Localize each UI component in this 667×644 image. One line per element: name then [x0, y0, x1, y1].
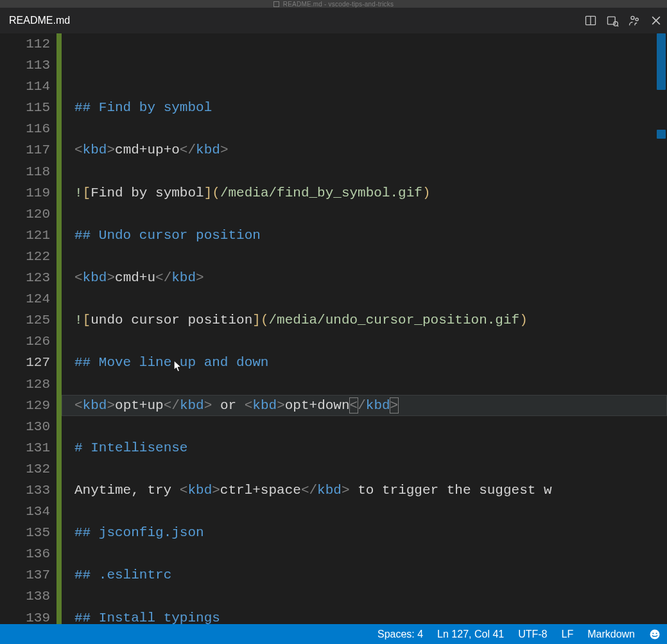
code-line[interactable] — [74, 161, 667, 182]
code-line[interactable]: ![undo cursor position](/media/undo_curs… — [74, 309, 667, 331]
code-token: / — [187, 143, 196, 157]
scroll-thumb[interactable] — [657, 130, 666, 139]
code-token: ## — [74, 525, 99, 540]
code-line[interactable] — [74, 416, 667, 437]
code-content[interactable]: ## Find by symbol<kbd>cmd+up+o</kbd>![Fi… — [62, 33, 667, 624]
status-encoding[interactable]: UTF-8 — [518, 629, 547, 640]
line-number: 120 — [0, 204, 50, 225]
line-number: 137 — [0, 564, 50, 586]
code-line[interactable] — [74, 118, 667, 139]
close-editor-button[interactable] — [645, 8, 667, 33]
code-token: kbd — [180, 398, 204, 413]
window-title-bar: README.md - vscode-tips-and-tricks — [0, 0, 667, 8]
line-number: 126 — [0, 331, 50, 352]
code-token: ## — [74, 568, 99, 582]
code-token: > — [196, 270, 204, 285]
code-token: kbd — [366, 398, 390, 413]
code-line[interactable] — [74, 586, 667, 607]
status-indent[interactable]: Spaces: 4 — [377, 629, 423, 640]
code-token: Anytime, try — [74, 483, 180, 498]
scroll-thumb[interactable] — [657, 33, 666, 90]
code-token: ! — [74, 186, 83, 200]
code-token: cmd+up+o — [115, 143, 180, 157]
code-token: ] — [204, 186, 212, 200]
code-line[interactable] — [74, 246, 667, 267]
status-language[interactable]: Markdown — [587, 629, 635, 640]
code-token: ## — [74, 611, 99, 624]
line-number: 119 — [0, 182, 50, 204]
code-token: > — [212, 483, 220, 498]
code-token: cmd+u — [115, 270, 155, 285]
code-line[interactable]: ## Find by symbol — [74, 97, 667, 118]
line-number: 116 — [0, 118, 50, 139]
code-line[interactable]: ## .eslintrc — [74, 564, 667, 586]
smiley-icon — [649, 629, 661, 640]
code-token: Find by symbol — [99, 100, 212, 115]
line-number: 114 — [0, 76, 50, 97]
code-token: ) — [519, 313, 528, 327]
code-line[interactable] — [74, 288, 667, 309]
line-number: 131 — [0, 437, 50, 458]
feedback-button[interactable] — [649, 629, 661, 640]
code-token: kbd — [187, 483, 212, 498]
overview-ruler[interactable] — [657, 33, 666, 624]
svg-point-6 — [636, 18, 638, 21]
status-cursor-position[interactable]: Ln 127, Col 41 — [437, 629, 504, 640]
tab-readme[interactable]: README.md — [9, 8, 83, 33]
code-line[interactable]: ## Install typings — [74, 607, 667, 624]
code-line[interactable] — [74, 204, 667, 225]
code-token: > — [204, 398, 212, 413]
status-eol[interactable]: LF — [562, 629, 574, 640]
code-line[interactable] — [74, 458, 667, 480]
code-token: / — [358, 398, 366, 413]
code-line[interactable]: ## jsconfig.json — [74, 522, 667, 543]
code-line[interactable]: ![Find by symbol](/media/find_by_symbol.… — [74, 182, 667, 204]
code-line[interactable] — [74, 76, 667, 97]
code-token: / — [164, 270, 172, 285]
code-token: kbd — [171, 270, 196, 285]
more-actions-button[interactable] — [623, 8, 645, 33]
code-token: > — [390, 398, 399, 413]
code-line[interactable] — [74, 374, 667, 395]
code-token: /media/find_by_symbol.gif — [220, 186, 422, 200]
code-token: < — [74, 270, 83, 285]
code-token: > — [107, 143, 115, 157]
code-line[interactable] — [74, 331, 667, 352]
code-token: ] — [252, 313, 261, 327]
editor-area[interactable]: 1121131141151161171181191201211221231241… — [0, 33, 667, 624]
line-number: 113 — [0, 55, 50, 76]
code-line[interactable]: Anytime, try <kbd>ctrl+space</kbd> to tr… — [74, 480, 667, 501]
code-line[interactable] — [74, 501, 667, 522]
code-token: ctrl+space — [220, 483, 301, 498]
code-token: Install typings — [99, 611, 220, 624]
code-token: > — [107, 398, 115, 413]
code-token: > — [220, 143, 229, 157]
code-line[interactable]: # Intellisense — [74, 437, 667, 458]
code-token: kbd — [196, 143, 220, 157]
code-line[interactable]: ## Move line up and down — [74, 352, 667, 373]
code-token: Move line up and down — [99, 355, 269, 370]
status-bar: Spaces: 4 Ln 127, Col 41 UTF-8 LF Markdo… — [0, 624, 667, 644]
tab-filename: README.md — [9, 15, 70, 26]
line-number: 127 — [0, 352, 50, 373]
line-number-gutter: 1121131141151161171181191201211221231241… — [0, 33, 56, 624]
code-token: < — [74, 143, 83, 157]
code-line[interactable]: <kbd>cmd+u</kbd> — [74, 267, 667, 288]
code-line[interactable]: ## Undo cursor position — [74, 225, 667, 246]
code-token: Intellisense — [91, 440, 187, 455]
open-preview-button[interactable] — [602, 8, 623, 33]
code-token: opt+down — [285, 398, 350, 413]
code-line[interactable] — [74, 543, 667, 564]
close-icon — [650, 14, 663, 27]
code-token: ## — [74, 355, 99, 370]
svg-point-3 — [614, 22, 618, 26]
code-token: > — [277, 398, 285, 413]
line-number: 135 — [0, 522, 50, 543]
code-token: opt+up — [115, 398, 164, 413]
code-line-current[interactable]: <kbd>opt+up</kbd> or <kbd>opt+down</kbd> — [62, 395, 667, 416]
split-editor-button[interactable] — [580, 8, 602, 33]
code-line[interactable]: <kbd>cmd+up+o</kbd> — [74, 139, 667, 161]
line-number: 112 — [0, 33, 50, 55]
code-token: < — [180, 143, 188, 157]
code-token: < — [74, 398, 83, 413]
